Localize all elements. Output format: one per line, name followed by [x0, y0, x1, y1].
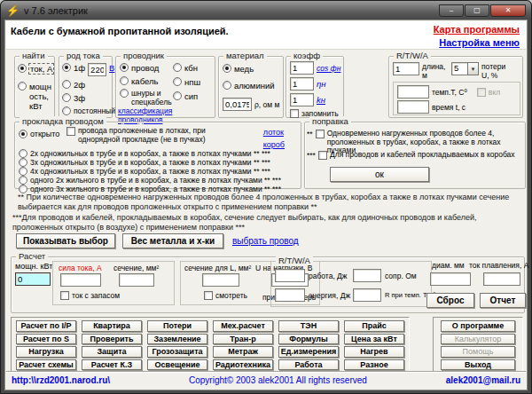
section-l-input[interactable] [202, 273, 239, 287]
grid-button[interactable]: Расчет по S [16, 334, 76, 345]
loss-select[interactable]: 5 ▼ [451, 62, 479, 75]
radio-npsh[interactable]: нпш [173, 77, 200, 87]
group-correction: поправка ** Одновременно нагруженных про… [304, 122, 526, 189]
power-input[interactable] [15, 272, 51, 286]
grid-button[interactable]: Разное [344, 359, 404, 371]
tray-link[interactable]: лоток [263, 128, 284, 137]
radio-sip-label: сип [184, 91, 198, 101]
radio-cable[interactable]: кабель [120, 76, 158, 86]
reserve-checkbox[interactable]: ток с запасом [60, 291, 120, 300]
current-result-input[interactable] [60, 273, 101, 287]
tray-checkbox-box [66, 127, 75, 136]
radio-sip[interactable]: сип [173, 91, 198, 101]
email-link[interactable]: alek2001@mail.ru [446, 375, 520, 385]
grid-button[interactable]: Мех.расчет [213, 320, 273, 332]
volt-link[interactable]: В [109, 63, 114, 73]
radio-3ph-dot [62, 93, 71, 102]
voltage-input[interactable] [88, 63, 106, 76]
radio-option-dot [19, 149, 27, 158]
radio-aluminum[interactable]: алюминий [223, 81, 275, 91]
radio-wire[interactable]: провод [120, 63, 159, 73]
radio-open[interactable]: открыто [19, 130, 59, 138]
grid-button[interactable]: Формулы [278, 334, 339, 345]
grid-button[interactable]: Работа [278, 359, 339, 371]
maximize-icon[interactable]: ▢ [465, 4, 489, 17]
cos-input[interactable] [290, 61, 314, 75]
grid-button[interactable]: Защита [82, 346, 142, 358]
on-checkbox [477, 88, 486, 97]
work-input[interactable] [275, 269, 305, 282]
cos-label[interactable]: cos фн [317, 64, 340, 73]
exit-button[interactable]: Выход [441, 359, 515, 371]
radio-3ph[interactable]: 3ф [62, 93, 85, 103]
diam-input[interactable] [430, 272, 471, 286]
loss-label: потери U, % [481, 62, 510, 80]
grid-button[interactable]: Квартира [82, 320, 142, 332]
radio-2ph[interactable]: 2ф [62, 80, 85, 90]
grid-button[interactable]: Заземление [147, 334, 207, 345]
time-input[interactable] [397, 100, 429, 114]
grid-button[interactable]: Цена за кВт [344, 334, 404, 345]
choose-wire-link[interactable]: выбрать провод [232, 236, 299, 246]
metal-weight-button[interactable]: Вес металла и х-ки [122, 233, 223, 248]
menu-settings-link[interactable]: Настройка меню [439, 37, 520, 48]
grid-button[interactable]: Нагрузка [16, 346, 76, 358]
radio-laying-option[interactable]: 4х одножильных в трубе и в коробах, а та… [19, 167, 270, 176]
grid-button[interactable]: Прайс [344, 320, 404, 332]
temp-input[interactable] [397, 85, 429, 98]
grid-button[interactable]: Потери [147, 320, 207, 332]
section-result-input[interactable] [119, 273, 154, 287]
program-map-link[interactable]: Карта программы [434, 24, 520, 35]
eta-input[interactable] [290, 77, 314, 91]
minimize-icon[interactable]: – [439, 4, 464, 17]
grid-button[interactable]: Грозозащита [147, 346, 207, 358]
grid-button[interactable]: Тран-р [213, 334, 273, 345]
reset-button[interactable]: Сброс [426, 293, 474, 308]
grid-button[interactable]: Проверить [82, 334, 142, 345]
rtwa-calc-title: R/T/W/A [276, 256, 313, 265]
melt-input[interactable] [483, 272, 520, 286]
close-icon[interactable]: ✕ [490, 4, 526, 17]
k-label[interactable]: kн [317, 95, 325, 105]
radio-3ph-label: 3ф [74, 93, 85, 103]
radio-2ph-label: 2ф [74, 80, 85, 90]
title-bar[interactable]: ⚡ v 7.6 электрик – ▢ ✕ [1, 1, 531, 20]
radio-copper[interactable]: медь [223, 64, 254, 74]
radio-laying-option[interactable]: 2х одножильных в трубе и в коробах, а та… [19, 149, 270, 158]
resist-input[interactable] [353, 269, 381, 282]
grid-button[interactable]: Расчет К.З [82, 359, 142, 371]
report-button[interactable]: Отчет [480, 293, 526, 308]
show-choice-button[interactable]: Показывать выбор [16, 233, 115, 248]
length-input[interactable] [393, 62, 419, 75]
chevron-down-icon[interactable]: ▼ [467, 62, 479, 75]
grid-button[interactable]: Радиотехника [213, 359, 273, 371]
radio-dc[interactable]: постоянный [62, 106, 115, 115]
grid-button[interactable]: Освещение [147, 359, 207, 371]
energy-input[interactable] [275, 288, 305, 302]
duct-link[interactable]: короб [263, 140, 285, 149]
k-input[interactable] [290, 93, 314, 106]
website-link[interactable]: http:\\rzd2001.narod.ru\ [12, 375, 110, 385]
grid-button[interactable]: Расчет схемы [16, 359, 76, 371]
watch-checkbox[interactable]: смотреть [204, 291, 247, 300]
radio-power[interactable]: мощность, кВт [18, 82, 51, 111]
correction-checkbox-2[interactable] [318, 151, 327, 160]
radio-laying-option[interactable]: 3х одножильных в трубе и в коробах, а та… [19, 158, 270, 167]
ok-button[interactable]: ок [330, 167, 429, 182]
grid-button[interactable]: Нагрев [344, 346, 404, 358]
rtemp-input[interactable] [353, 288, 381, 302]
correction-checkbox-1[interactable] [316, 130, 325, 138]
radio-cords[interactable]: шнуры и спецкабель [120, 89, 170, 106]
radio-current[interactable]: ток, А [18, 64, 53, 74]
grid-button[interactable]: Метраж [213, 346, 273, 358]
radio-1ph[interactable]: 1ф В [62, 63, 114, 76]
grid-button[interactable]: Ед.измерения [278, 346, 339, 358]
grid-button[interactable]: Расчет по I/P [16, 320, 76, 332]
group-laying: прокладка проводом открыто провода проло… [14, 122, 301, 189]
rho-input[interactable] [223, 98, 252, 111]
radio-kbn[interactable]: кбн [173, 63, 198, 73]
about-button[interactable]: О программе [441, 320, 515, 332]
radio-laying-option[interactable]: одного 2х жильного в трубе и в коробах, … [19, 176, 281, 185]
grid-button[interactable]: ТЭН [278, 320, 339, 332]
tray-checkbox[interactable]: провода проложенные в лотках, при одноря… [66, 127, 239, 144]
